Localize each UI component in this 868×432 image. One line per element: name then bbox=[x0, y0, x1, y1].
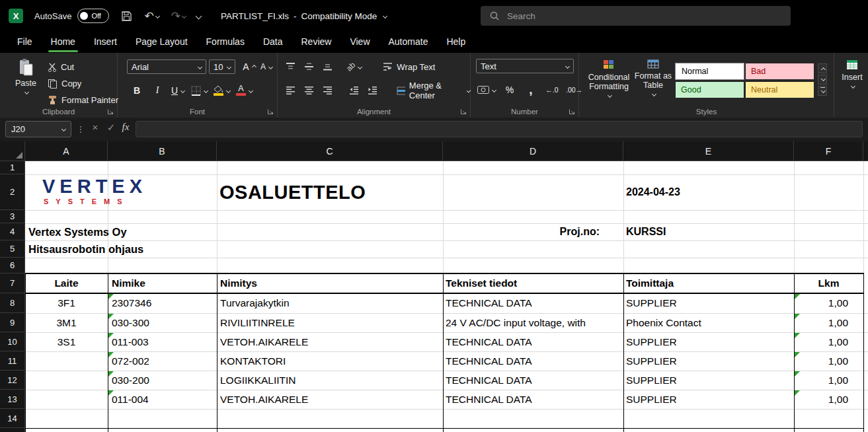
number-format-combo[interactable]: Text bbox=[476, 59, 574, 73]
document-title[interactable]: PARTLIST_FI.xls - Compatibility Mode bbox=[221, 11, 387, 21]
styles-scroll-up-button[interactable] bbox=[818, 63, 827, 73]
style-bad[interactable]: Bad bbox=[746, 63, 814, 79]
search-input[interactable] bbox=[506, 11, 760, 22]
number-dialog-launcher[interactable] bbox=[569, 108, 575, 115]
shrink-font-button[interactable]: A bbox=[259, 59, 274, 75]
cell-c8[interactable]: Turvarajakytkin bbox=[220, 293, 442, 313]
tab-home[interactable]: Home bbox=[42, 32, 85, 53]
cell-f12[interactable]: 1,00 bbox=[794, 371, 863, 390]
insert-cells-button[interactable]: Insert bbox=[838, 59, 866, 88]
align-right-button[interactable] bbox=[320, 83, 335, 98]
search-box[interactable] bbox=[481, 6, 791, 26]
cell-f9[interactable]: 1,00 bbox=[794, 313, 863, 332]
clipboard-dialog-launcher[interactable] bbox=[107, 108, 114, 115]
cell-d7-header[interactable]: Tekniset tiedot bbox=[446, 273, 622, 293]
grow-font-button[interactable]: A bbox=[242, 59, 256, 75]
column-header-partial[interactable] bbox=[863, 141, 868, 161]
cell-a5-subtitle[interactable]: Hitsausrobotin ohjaus bbox=[28, 240, 240, 258]
top-align-button[interactable] bbox=[283, 59, 297, 75]
cell-b11[interactable]: 072-002 bbox=[112, 351, 217, 371]
align-left-button[interactable] bbox=[283, 83, 297, 98]
cell-b10[interactable]: 011-003 bbox=[112, 332, 217, 351]
row-header-10[interactable]: 10 bbox=[0, 332, 25, 351]
underline-button[interactable]: U bbox=[171, 83, 185, 98]
cell-a9[interactable]: 3M1 bbox=[25, 313, 108, 332]
cell-e2-date[interactable]: 2024-04-23 bbox=[626, 174, 791, 210]
column-header-b[interactable]: B bbox=[108, 141, 217, 161]
name-box[interactable]: J20 bbox=[5, 121, 71, 137]
decrease-indent-button[interactable] bbox=[346, 83, 361, 98]
wrap-text-button[interactable]: Wrap Text bbox=[383, 59, 435, 75]
cell-a8[interactable]: 3F1 bbox=[25, 293, 108, 313]
cell-f13[interactable]: 1,00 bbox=[794, 390, 863, 409]
row-header-partial[interactable] bbox=[0, 428, 25, 432]
cell-b8[interactable]: 2307346 bbox=[112, 293, 217, 313]
row-header-12[interactable]: 12 bbox=[0, 371, 25, 390]
cell-f7-header[interactable]: Lkm bbox=[794, 273, 863, 293]
cell-d8[interactable]: TECHNICAL DATA bbox=[446, 293, 622, 313]
cell-d12[interactable]: TECHNICAL DATA bbox=[446, 371, 622, 390]
cell-a4-company[interactable]: Vertex Systems Oy bbox=[28, 223, 227, 240]
merge-center-button[interactable]: Merge & Center bbox=[397, 83, 470, 98]
autosave-toggle[interactable]: Off bbox=[77, 9, 109, 23]
column-header-f[interactable]: F bbox=[794, 141, 863, 161]
cell-e10[interactable]: SUPPLIER bbox=[626, 332, 793, 351]
percent-style-button[interactable]: % bbox=[502, 82, 517, 98]
italic-button[interactable]: I bbox=[150, 83, 165, 98]
cut-button[interactable]: Cut bbox=[48, 59, 118, 75]
cell-a10[interactable]: 3S1 bbox=[25, 332, 108, 351]
tab-page-layout[interactable]: Page Layout bbox=[126, 32, 197, 53]
cell-c13[interactable]: VETOH.AIKARELE bbox=[220, 390, 442, 409]
cell-f10[interactable]: 1,00 bbox=[794, 332, 863, 351]
cell-e9[interactable]: Phoenix Contact bbox=[626, 313, 793, 332]
save-button[interactable] bbox=[121, 11, 132, 22]
accounting-format-button[interactable] bbox=[477, 82, 496, 98]
tab-view[interactable]: View bbox=[340, 32, 379, 53]
increase-indent-button[interactable] bbox=[365, 83, 379, 98]
column-header-c[interactable]: C bbox=[217, 141, 443, 161]
row-header-11[interactable]: 11 bbox=[0, 351, 25, 371]
row-header-6[interactable]: 6 bbox=[0, 258, 25, 273]
orientation-button[interactable]: ab bbox=[346, 59, 362, 75]
row-header-8[interactable]: 8 bbox=[0, 293, 25, 313]
borders-button[interactable] bbox=[191, 83, 208, 98]
conditional-formatting-button[interactable]: Conditional Formatting bbox=[586, 59, 631, 97]
cell-c12[interactable]: LOGIIKKALIITIN bbox=[220, 371, 442, 390]
tab-insert[interactable]: Insert bbox=[85, 32, 126, 53]
middle-align-button[interactable] bbox=[301, 59, 316, 75]
cell-d9[interactable]: 24 V AC/DC input voltage, with bbox=[446, 313, 622, 332]
cell-f8[interactable]: 1,00 bbox=[794, 293, 863, 313]
cell-b13[interactable]: 011-004 bbox=[112, 390, 217, 409]
tab-help[interactable]: Help bbox=[437, 32, 475, 53]
cell-d11[interactable]: TECHNICAL DATA bbox=[446, 351, 622, 371]
row-header-2[interactable]: 2 bbox=[0, 174, 25, 210]
styles-more-button[interactable] bbox=[818, 86, 827, 96]
select-all-corner[interactable] bbox=[0, 141, 25, 161]
cell-f11[interactable]: 1,00 bbox=[794, 351, 863, 371]
quick-access-menu-button[interactable] bbox=[196, 14, 201, 18]
enter-button[interactable]: ✓ bbox=[104, 122, 118, 133]
cell-e7-header[interactable]: Toimittaja bbox=[626, 273, 793, 293]
tab-formulas[interactable]: Formulas bbox=[197, 32, 254, 53]
font-name-combo[interactable]: Arial bbox=[127, 59, 206, 74]
bold-button[interactable]: B bbox=[130, 83, 144, 98]
comma-style-button[interactable]: , bbox=[524, 82, 538, 98]
cell-e13[interactable]: SUPPLIER bbox=[626, 390, 793, 409]
cell-c9[interactable]: RIVILIITINRELE bbox=[220, 313, 442, 332]
font-dialog-launcher[interactable] bbox=[267, 108, 274, 115]
cell-d10[interactable]: TECHNICAL DATA bbox=[446, 332, 622, 351]
column-header-a[interactable]: A bbox=[25, 141, 108, 161]
bottom-align-button[interactable] bbox=[320, 59, 335, 75]
tab-automate[interactable]: Automate bbox=[379, 32, 438, 53]
cell-e12[interactable]: SUPPLIER bbox=[626, 371, 793, 390]
format-painter-button[interactable]: Format Painter bbox=[48, 92, 118, 108]
row-header-13[interactable]: 13 bbox=[0, 390, 25, 409]
tab-file[interactable]: File bbox=[8, 32, 42, 53]
column-header-e[interactable]: E bbox=[623, 141, 794, 161]
row-header-3[interactable]: 3 bbox=[0, 210, 25, 223]
column-header-d[interactable]: D bbox=[443, 141, 623, 161]
format-as-table-button[interactable]: Format as Table bbox=[633, 59, 673, 96]
row-header-14[interactable]: 14 bbox=[0, 409, 25, 428]
fill-color-button[interactable] bbox=[214, 83, 230, 98]
cell-e11[interactable]: SUPPLIER bbox=[626, 351, 793, 371]
